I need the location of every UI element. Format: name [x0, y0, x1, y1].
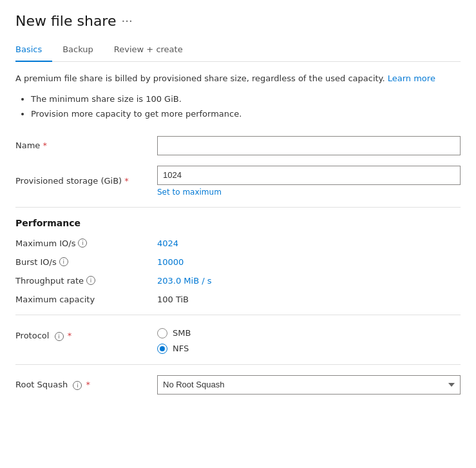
protocol-options: SMB NFS — [157, 328, 461, 354]
info-banner: A premium file share is billed by provis… — [15, 72, 461, 85]
storage-form-row: Provisioned storage (GiB) * Set to maxim… — [15, 166, 461, 197]
root-squash-form-row: Root Squash i * No Root Squash Root Squa… — [15, 375, 461, 395]
bullet-item-1: The minimum share size is 100 GiB. — [31, 93, 461, 106]
name-input[interactable] — [157, 136, 461, 155]
protocol-option-smb[interactable]: SMB — [157, 328, 461, 338]
perf-row-max-ios: Maximum IO/s i 4024 — [15, 239, 461, 248]
divider-1 — [15, 207, 461, 208]
storage-required: * — [124, 176, 129, 186]
tab-backup[interactable]: Backup — [62, 39, 104, 62]
tab-basics[interactable]: Basics — [15, 39, 52, 62]
page-title-container: New file share ··· — [15, 13, 461, 29]
perf-row-burst-ios: Burst IO/s i 10000 — [15, 257, 461, 267]
perf-label-throughput: Throughput rate i — [15, 276, 157, 286]
bullet-list: The minimum share size is 100 GiB. Provi… — [31, 93, 461, 121]
perf-value-throughput: 203.0 MiB / s — [157, 276, 212, 286]
perf-label-max-ios: Maximum IO/s i — [15, 239, 157, 248]
storage-input[interactable] — [157, 166, 461, 185]
info-icon-protocol[interactable]: i — [55, 332, 64, 341]
protocol-form-row: Protocol i * SMB NFS — [15, 326, 461, 354]
protocol-options-container: SMB NFS — [157, 328, 461, 354]
learn-more-link[interactable]: Learn more — [388, 73, 435, 83]
radio-label-nfs: NFS — [173, 344, 189, 353]
perf-value-burst-ios: 10000 — [157, 257, 184, 267]
protocol-label: Protocol i * — [15, 328, 157, 341]
page-title: New file share — [15, 13, 116, 29]
perf-row-throughput: Throughput rate i 203.0 MiB / s — [15, 276, 461, 286]
name-control — [157, 136, 461, 155]
protocol-option-nfs[interactable]: NFS — [157, 344, 461, 354]
protocol-required: * — [68, 331, 72, 340]
root-squash-required: * — [86, 380, 91, 389]
tab-review-create[interactable]: Review + create — [114, 39, 193, 62]
performance-heading: Performance — [15, 218, 461, 228]
name-required: * — [43, 141, 48, 150]
radio-nfs[interactable] — [157, 344, 167, 354]
root-squash-select-wrapper: No Root Squash Root Squash All Squash — [157, 375, 461, 395]
more-options-icon[interactable]: ··· — [121, 14, 132, 28]
radio-label-smb: SMB — [173, 328, 191, 338]
divider-2 — [15, 315, 461, 315]
tab-bar: Basics Backup Review + create — [15, 39, 461, 62]
perf-label-max-capacity: Maximum capacity — [15, 295, 157, 304]
info-icon-throughput[interactable]: i — [86, 276, 95, 285]
name-label: Name * — [15, 141, 157, 150]
info-icon-max-ios[interactable]: i — [78, 239, 87, 248]
info-icon-root-squash[interactable]: i — [73, 381, 82, 390]
divider-3 — [15, 364, 461, 365]
bullet-item-2: Provision more capacity to get more perf… — [31, 108, 461, 121]
set-to-max-link[interactable]: Set to maximum — [157, 188, 461, 197]
info-icon-burst-ios[interactable]: i — [59, 257, 68, 266]
root-squash-control: No Root Squash Root Squash All Squash — [157, 375, 461, 395]
name-form-row: Name * — [15, 136, 461, 155]
storage-control: Set to maximum — [157, 166, 461, 197]
perf-value-max-ios: 4024 — [157, 239, 178, 248]
root-squash-select[interactable]: No Root Squash Root Squash All Squash — [157, 375, 461, 395]
perf-label-burst-ios: Burst IO/s i — [15, 257, 157, 267]
perf-value-max-capacity: 100 TiB — [157, 295, 189, 304]
perf-row-max-capacity: Maximum capacity 100 TiB — [15, 295, 461, 304]
radio-smb[interactable] — [157, 328, 167, 338]
storage-label: Provisioned storage (GiB) * — [15, 176, 157, 186]
root-squash-label: Root Squash i * — [15, 380, 157, 390]
